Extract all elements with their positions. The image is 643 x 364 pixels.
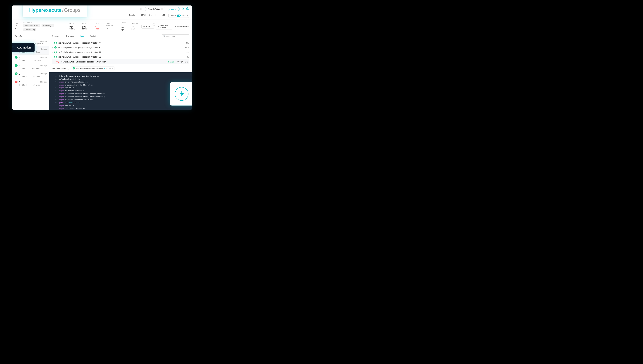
group-duration: 14m 2s [22,68,27,70]
file-icon: 🗎 [158,25,160,28]
group-item[interactable]: ✕62hrs ago ⏱14m 2s•High Sierra [12,79,49,88]
tests-value: 154 [106,28,117,30]
log-duration: 55s [186,51,189,53]
duration-label: Duration [132,23,138,25]
tabs-row: DiscoveryPre stepsLogsPost steps 🔍 [49,33,192,39]
file-icon: 🗎 [175,25,176,28]
bell-icon[interactable] [182,8,184,11]
jobid-col: Job ID #7 [15,23,20,30]
group-number: 4 [19,64,20,67]
group-os: High Sierra [35,43,44,45]
clock-icon: ⏱ [19,59,20,61]
log-path: src/main/java/Features/googlesearch_4.fe… [58,56,101,58]
jobid-value: #7 [15,28,20,30]
tab-logs[interactable]: Logs [80,33,84,39]
artifacts-badge: 1 [152,23,155,26]
content-row: Group(s) 3hrs agoHigh Sierra ✕24hrs ago … [12,33,192,110]
lightning-card [170,82,192,106]
svg-point-15 [13,47,14,48]
log-path: src/main/java/Features/googlesearch_4.fe… [58,51,101,53]
group-time: 5hrs ago [40,64,47,66]
status-icon: ✕ [56,60,59,63]
breadcrumb-sub: Groups [64,7,80,13]
groups-header: Group(s) [12,33,49,39]
log-duration: 45s [186,56,189,58]
log-row[interactable]: ⌄✕src/main/java/Features/googlesearch_4.… [52,59,189,64]
documentation-link[interactable]: 🗎 Documentation [175,25,189,28]
grid-view-icon[interactable] [140,8,143,10]
group-os: High Sierra [32,76,40,78]
os-label: Job OS [68,23,78,25]
started-value: 3hrs ago [120,26,128,31]
user-icon[interactable] [186,7,189,11]
svg-rect-19 [141,9,142,10]
tab-discovery[interactable]: Discovery [52,33,60,39]
status-icon: ✓ [15,64,18,67]
log-path: src/main/java/Features/googlesearch_5.fe… [58,46,100,49]
log-row[interactable]: ›✓src/main/java/Features/googlesearch_4.… [52,54,189,59]
log-duration: 50s [186,42,189,44]
code-line: 1# Go to the directory where your test f… [49,74,192,78]
download-report-button[interactable]: 🗎 Download Report [156,23,173,30]
duration-col: Duration 3m 21s [132,23,138,30]
parallel-label: Parallel [129,14,135,16]
code-line: 12import org.openqa.selenium.By; [49,107,192,110]
tunnels-count: 3 [161,8,164,10]
upgrade-button[interactable]: ↑ Upgrade [167,7,180,11]
group-item[interactable]: ✓45hrs ago ⏱14m 2s•High Sierra [12,63,49,71]
breadcrumb-main: Hyperexecute [29,7,62,13]
queued-label: Queued [149,14,156,16]
ui-toggle[interactable]: Classic New UI [168,14,189,18]
code-line: 2cd/path/to/the/test/directory [49,78,192,80]
log-row[interactable]: ›✓src/main/java/Features/googlesearch_4.… [52,40,189,45]
svg-point-22 [187,8,188,9]
tab-pre-steps[interactable]: Pre steps [66,33,74,39]
log-row[interactable]: ›✓src/main/java/Features/googlesearch_4.… [52,50,189,54]
group-item[interactable]: ✓35hrs ago ⏱14m 21s•High Sierra [12,54,49,63]
label-chip: Automation UI V2.0 [24,24,40,27]
os-value: High Sierra [68,26,78,30]
status-icon: ✓ [54,42,57,44]
tunnels-badge[interactable]: Tunnels Active 3 [144,7,165,11]
toggle-switch-icon [177,14,181,17]
clock-icon: ⏱ [19,84,20,86]
arrow-up-icon: ↑ [169,8,170,10]
status-icon: ✓ [15,56,18,59]
os-col: Job OS High Sierra [68,23,78,30]
group-duration: 14m 2s [22,76,27,78]
queued-stat: Queued 7/25 [149,14,165,17]
copy-button[interactable]: ⧉ Copy [177,61,183,63]
artifacts-label: Artifacts [146,25,152,28]
chevron-icon: › [52,42,53,44]
queued-underline [149,17,157,17]
test-time: ⏱ 2m 5s [106,68,113,69]
group-duration: 14m 2s [22,84,27,86]
log-row[interactable]: ›✓src/main/java/Features/googlesearch_5.… [52,45,189,50]
group-number: 6 [19,81,20,83]
tab-post-steps[interactable]: Post steps [90,33,99,39]
status-dot-icon [146,8,147,10]
status-icon: ✓ [54,51,57,54]
log-path: src/main/java/Features/googlesearch_4.fe… [60,61,106,63]
started-label: Started at [120,22,128,26]
group-item[interactable]: ✓53hrs ago ⏱14m 2s•High Sierra [12,71,49,79]
check-icon: ✓ [73,67,75,70]
jobid-label: Job ID [15,23,20,27]
status-label: Status [94,23,102,25]
group-number: 3 [19,56,20,58]
status-icon: ✓ [15,72,18,75]
search-input[interactable] [166,35,189,37]
robot-icon [12,46,15,50]
test-chip[interactable]: ✓ 3MCY9-4G1HH-VPMBC-NOHEG ↗ ⏱ 2m 5s [71,66,114,70]
artifacts-button[interactable]: 🗎 Artifacts 1 [142,24,154,28]
parallel-underline [129,17,146,17]
search-logs-input[interactable]: 🔍 [162,34,189,38]
log-duration: 37s [185,61,188,63]
group-time: 3hrs ago [40,40,47,42]
lightning-circle [175,87,188,101]
tests-assoc-label: Tests associated (1): [52,67,70,70]
upgrade-label: Upgrade [171,8,178,10]
labels-col: Job Label(s) Automation UI V2.0 Hypertes… [24,22,65,31]
status-icon: ✓ [54,46,57,49]
classic-label: Classic [170,15,176,17]
